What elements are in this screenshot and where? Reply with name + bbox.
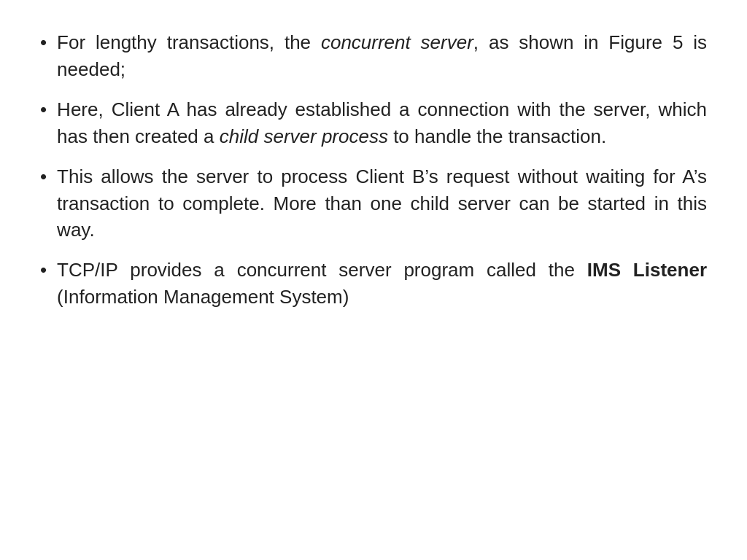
- bullet-symbol: •: [40, 29, 47, 56]
- list-item: • This allows the server to process Clie…: [40, 163, 707, 244]
- bullet-list: • For lengthy transactions, the concurre…: [40, 29, 707, 311]
- item-2-text: Here, Client A has already established a…: [57, 96, 707, 150]
- slide-container: • For lengthy transactions, the concurre…: [0, 0, 747, 560]
- list-item: • For lengthy transactions, the concurre…: [40, 29, 707, 83]
- item-1-text: For lengthy transactions, the concurrent…: [57, 29, 707, 83]
- list-item: • Here, Client A has already established…: [40, 96, 707, 150]
- item-3-text: This allows the server to process Client…: [57, 163, 707, 244]
- bullet-symbol: •: [40, 257, 47, 284]
- list-item: • TCP/IP provides a concurrent server pr…: [40, 257, 707, 311]
- bullet-symbol: •: [40, 96, 47, 123]
- item-4-text: TCP/IP provides a concurrent server prog…: [57, 257, 707, 311]
- bullet-symbol: •: [40, 163, 47, 190]
